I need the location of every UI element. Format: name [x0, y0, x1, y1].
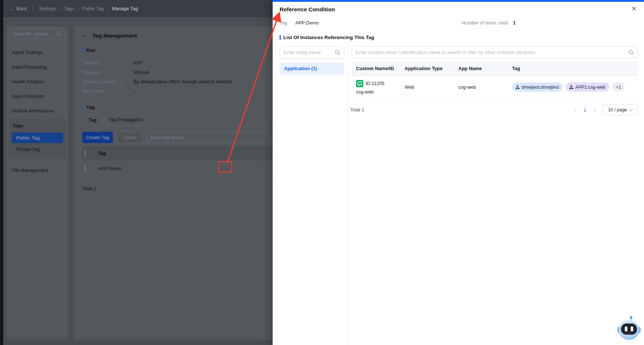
sidebar-group-tags: Tags Public Tag Private Tag — [9, 119, 66, 158]
page-size-select[interactable]: 10 / page — [602, 104, 638, 115]
instances-table-header: Custom Name/ID Application Type App Name… — [352, 61, 638, 76]
column-tag: Tag — [512, 66, 638, 71]
assistant-robot-icon[interactable] — [617, 315, 641, 342]
previous-page-icon[interactable] — [571, 106, 579, 114]
tag-cluster-icon — [515, 85, 520, 89]
instance-row: ID:11205 csg-web Web csg-web dmwjtest:dm… — [352, 76, 638, 99]
breadcrumb-manage-tag: Manage Tag — [112, 6, 138, 11]
breadcrumb-tags[interactable]: Tags — [64, 6, 74, 11]
chevron-down-icon — [60, 94, 64, 97]
sidebar-search[interactable] — [10, 28, 65, 39]
section-accent-bar — [82, 105, 83, 110]
breadcrumb-settings[interactable]: Settings — [39, 6, 56, 11]
sidebar-item-vertical-architecture[interactable]: Vertical Architecture — [7, 103, 68, 118]
tab-tag-propagation[interactable]: Tag Propagation — [103, 114, 149, 126]
cited-value: 1 — [513, 20, 515, 26]
chevron-down-icon — [629, 108, 632, 111]
drawer-tag-value: APP:Demo — [295, 20, 319, 26]
topbar-divider — [33, 5, 33, 12]
vertical-divider — [347, 43, 348, 345]
reference-condition-drawer: Reference Condition ✕ Tag APP:Demo Numbe… — [273, 0, 644, 345]
page-title: Tag Management — [92, 32, 137, 39]
tag-chips: dmwjtest:dmwjtest APP1:csg-web +1 — [512, 83, 638, 92]
tag-tabs: Tag Tag Propagation — [82, 114, 272, 126]
application-type-cell: Web — [405, 84, 458, 90]
key-section-heading: Key — [86, 47, 95, 53]
app-name-cell: csg-web — [458, 84, 512, 90]
entity-search-input[interactable] — [284, 50, 333, 55]
instances-section-heading: List Of Instances Referencing This Tag — [283, 35, 374, 40]
web-app-icon — [356, 80, 363, 87]
row-checkbox[interactable] — [85, 165, 86, 172]
back-button[interactable]: ← Back — [9, 5, 27, 12]
column-application-type: Application Type — [405, 66, 458, 71]
chevron-down-icon — [60, 65, 64, 68]
select-all-checkbox[interactable] — [85, 150, 86, 156]
breadcrumb-public-tag[interactable]: Public Tag — [82, 6, 104, 11]
cited-label: Number of times cited — [462, 20, 508, 26]
instance-name: csg-web — [356, 89, 405, 95]
sidebar-item-tags[interactable]: Tags — [9, 119, 66, 133]
pagination: 1 10 / page — [571, 104, 638, 115]
page-number[interactable]: 1 — [583, 107, 587, 113]
tag-chip[interactable]: dmwjtest:dmwjtest — [512, 83, 563, 92]
sidebar-menu: Agent Settings Data Processing Health An… — [7, 45, 68, 177]
column-custom-name-id: Custom Name/ID — [352, 66, 405, 71]
tag-chip[interactable]: APP1:csg-web — [566, 83, 609, 92]
instance-search-input[interactable] — [356, 50, 626, 55]
tag-section-heading: Tag — [86, 104, 95, 110]
sidebar-item-file-management[interactable]: File Management — [7, 163, 68, 177]
tag-cluster-icon — [569, 85, 573, 89]
collapsed-nav-rail — [0, 0, 3, 345]
info-icon[interactable]: i — [118, 79, 124, 84]
instance-id: ID:11205 — [365, 81, 384, 86]
section-accent-bar — [280, 35, 281, 40]
instances-total: Total 1 — [350, 107, 364, 112]
chevron-down-icon — [60, 50, 64, 54]
sidebar: Agent Settings Data Processing Health An… — [7, 26, 68, 340]
next-page-icon[interactable] — [591, 106, 599, 114]
instances-table: Custom Name/ID Application Type App Name… — [352, 61, 638, 99]
breadcrumb-separator: / — [107, 6, 109, 11]
sidebar-item-agent-settings[interactable]: Agent Settings — [7, 45, 68, 60]
instance-search[interactable] — [352, 46, 638, 58]
column-tag: Tag — [98, 150, 222, 156]
chevron-down-icon — [60, 79, 64, 83]
chevron-up-icon — [60, 124, 63, 128]
breadcrumb-separator: / — [77, 6, 79, 11]
search-icon — [335, 50, 340, 55]
tag-cell: APP:Demo — [98, 166, 222, 171]
back-arrow-icon: ← — [9, 5, 14, 12]
delete-button[interactable]: Delete — [117, 132, 143, 143]
sidebar-search-input[interactable] — [13, 31, 54, 37]
drawer-title: Reference Condition — [280, 6, 335, 13]
section-accent-bar — [82, 48, 83, 53]
entity-list-item-application[interactable]: Application (1) — [280, 62, 344, 74]
create-tag-button[interactable]: Create Tag — [82, 132, 113, 143]
sidebar-item-private-tag[interactable]: Private Tag — [9, 143, 66, 156]
close-icon[interactable]: ✕ — [631, 5, 637, 12]
sidebar-item-public-tag[interactable]: Public Tag — [12, 133, 63, 143]
breadcrumb: Settings / Tags / Public Tag / Manage Ta… — [39, 6, 138, 11]
back-label: Back — [16, 6, 27, 11]
sidebar-item-data-processing[interactable]: Data Processing — [7, 60, 68, 74]
sidebar-item-health-analysis[interactable]: Health Analysis — [7, 74, 68, 89]
tag-overflow-chip[interactable]: +1 — [612, 83, 625, 92]
tab-tag[interactable]: Tag — [82, 114, 103, 126]
panel-back-arrow-icon[interactable]: ← — [82, 32, 88, 39]
search-icon — [628, 50, 634, 55]
entity-search[interactable] — [280, 46, 344, 58]
breadcrumb-separator: / — [60, 6, 61, 11]
column-app-name: App Name — [458, 66, 512, 71]
sidebar-item-data-protection[interactable]: Data Protection — [7, 89, 68, 103]
tag-search-input[interactable] — [147, 132, 271, 143]
search-icon — [56, 31, 62, 37]
drawer-tag-label: Tag — [280, 20, 287, 26]
